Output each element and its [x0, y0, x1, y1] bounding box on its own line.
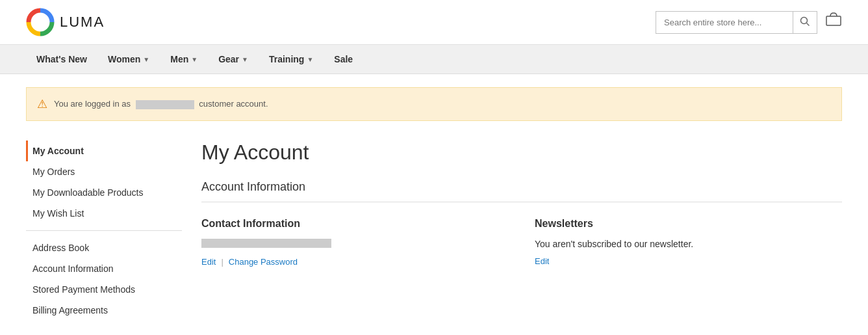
- sidebar: My Account My Orders My Downloadable Pro…: [26, 134, 201, 327]
- search-icon: [800, 16, 810, 27]
- search-input[interactable]: [656, 13, 793, 32]
- content-area: My Account Account Information Contact I…: [201, 134, 842, 327]
- warning-icon: ⚠: [37, 97, 47, 111]
- redacted-contact-info: [201, 239, 331, 248]
- nav-bar: What's New Women ▼ Men ▼ Gear ▼ Training…: [0, 45, 868, 74]
- nav-item-gear[interactable]: Gear ▼: [208, 45, 259, 74]
- alert-banner: ⚠ You are logged in as customer account.: [26, 87, 842, 121]
- edit-contact-link[interactable]: Edit: [201, 257, 216, 267]
- page-title: My Account: [201, 141, 842, 165]
- search-box: [656, 11, 817, 34]
- newsletter-text: You aren't subscribed to our newsletter.: [535, 239, 842, 249]
- newsletter-title: Newsletters: [535, 218, 842, 230]
- nav-item-men[interactable]: Men ▼: [160, 45, 208, 74]
- section-title: Account Information: [201, 180, 842, 202]
- nav-item-women[interactable]: Women ▼: [97, 45, 160, 74]
- sidebar-item-my-orders[interactable]: My Orders: [26, 161, 182, 182]
- redacted-username: [136, 100, 194, 109]
- sidebar-item-account-information[interactable]: Account Information: [26, 258, 182, 279]
- header: LUMA: [0, 0, 868, 45]
- sidebar-item-address-book[interactable]: Address Book: [26, 237, 182, 258]
- contact-action-links: Edit | Change Password: [201, 257, 509, 267]
- chevron-down-icon: ▼: [191, 56, 198, 63]
- sidebar-divider: [26, 230, 182, 231]
- nav-item-training[interactable]: Training ▼: [259, 45, 324, 74]
- sidebar-item-my-account[interactable]: My Account: [26, 141, 182, 161]
- chevron-down-icon: ▼: [143, 56, 149, 63]
- svg-line-2: [807, 23, 810, 25]
- info-columns: Contact Information Edit | Change Passwo…: [201, 218, 842, 267]
- svg-point-1: [801, 17, 808, 23]
- sidebar-item-stored-payment[interactable]: Stored Payment Methods: [26, 279, 182, 300]
- header-right: [656, 11, 842, 34]
- change-password-link[interactable]: Change Password: [229, 257, 298, 267]
- chevron-down-icon: ▼: [307, 56, 313, 63]
- sidebar-item-downloadable-products[interactable]: My Downloadable Products: [26, 182, 182, 203]
- cart-icon[interactable]: [825, 12, 842, 32]
- sidebar-section-1: My Account My Orders My Downloadable Pro…: [26, 141, 182, 224]
- newsletter-col: Newsletters You aren't subscribed to our…: [535, 218, 842, 267]
- sidebar-item-billing-agreements[interactable]: Billing Agreements: [26, 300, 182, 321]
- nav-item-sale[interactable]: Sale: [324, 45, 363, 74]
- newsletter-edit-link[interactable]: Edit: [535, 256, 549, 266]
- action-separator: |: [221, 257, 223, 267]
- chevron-down-icon: ▼: [242, 56, 248, 63]
- alert-text: You are logged in as customer account.: [54, 99, 268, 109]
- contact-info-col: Contact Information Edit | Change Passwo…: [201, 218, 509, 267]
- svg-rect-3: [826, 16, 841, 25]
- main-content: My Account My Orders My Downloadable Pro…: [0, 134, 868, 335]
- logo-area[interactable]: LUMA: [26, 8, 105, 36]
- nav-item-whats-new[interactable]: What's New: [26, 45, 97, 74]
- sidebar-section-2: Address Book Account Information Stored …: [26, 237, 182, 321]
- search-button[interactable]: [793, 12, 817, 33]
- logo-text: LUMA: [60, 14, 105, 31]
- sidebar-item-wish-list[interactable]: My Wish List: [26, 203, 182, 224]
- contact-info-title: Contact Information: [201, 218, 509, 230]
- logo-icon: [26, 8, 55, 36]
